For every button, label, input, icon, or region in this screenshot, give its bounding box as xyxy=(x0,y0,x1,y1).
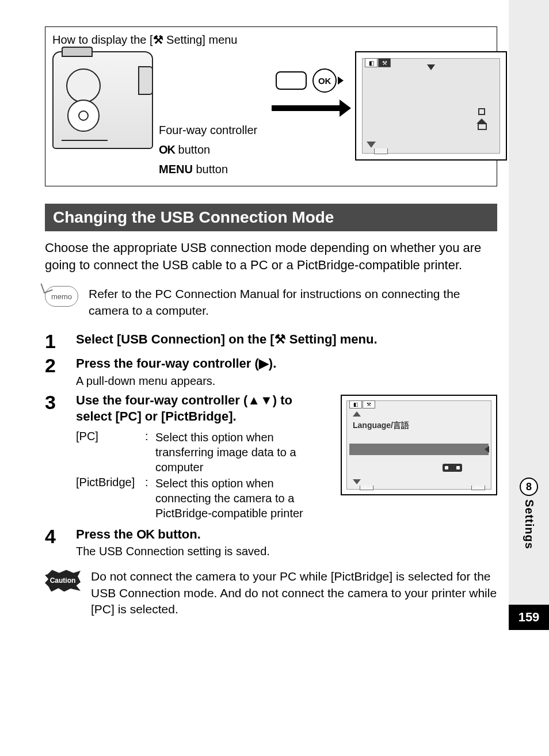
tab-camera-icon: ◧ xyxy=(349,400,362,408)
tab-setting-icon: ⚒ xyxy=(363,400,375,408)
step-number: 4 xyxy=(45,526,66,546)
square-icon xyxy=(478,108,485,115)
lcd-screen-diagram-1: ◧ ⚒ xyxy=(355,51,507,161)
camera-illustration xyxy=(52,51,153,149)
step-3: 3 Use the four-way controller (▲▼) to se… xyxy=(45,392,497,522)
chapter-tab: 8 Settings xyxy=(514,478,543,549)
screen-foot-tab xyxy=(374,148,388,154)
step1-title-b: Setting] menu. xyxy=(286,332,378,346)
label-menu-rest: button xyxy=(193,163,228,175)
option-val-pc: Select this option when transferring ima… xyxy=(155,430,329,475)
diagram-mid-column: OK xyxy=(263,51,349,111)
step1-title-a: Select [USB Connection] on the [ xyxy=(76,332,274,346)
lcd-screen-diagram-2: ◧ ⚒ Language/言語 xyxy=(341,395,497,495)
step-1: 1 Select [USB Connection] on the [⚒ Sett… xyxy=(45,331,497,351)
step-number: 2 xyxy=(45,356,66,375)
setting-tool-icon: ⚒ xyxy=(153,33,163,46)
ok-button-icon: OK xyxy=(312,68,337,93)
section-heading: Changing the USB Connection Mode xyxy=(45,204,497,231)
setting-tool-icon: ⚒ xyxy=(274,332,286,346)
step4-title-b: button. xyxy=(154,527,201,541)
option-val-pb: Select this option when connecting the c… xyxy=(155,476,329,521)
up-triangle-icon xyxy=(353,411,361,417)
tab-camera-icon: ◧ xyxy=(365,58,378,67)
caution-text: Do not connect the camera to your PC whi… xyxy=(91,568,497,617)
diagram-labels: Four-way controller OK button MENU butto… xyxy=(159,51,257,179)
label-fourway: Four-way controller xyxy=(159,120,257,140)
step-subtext: A pull-down menu appears. xyxy=(76,375,497,388)
diagram-title: How to display the [⚒ Setting] menu xyxy=(52,33,490,47)
label-ok: OK button xyxy=(159,140,257,159)
label-menu: MENU button xyxy=(159,159,257,179)
option-key-pb: [PictBridge] xyxy=(76,476,145,521)
memo-block: memo Refer to the PC Connection Manual f… xyxy=(45,286,497,319)
intro-paragraph: Choose the appropriate USB connection mo… xyxy=(45,239,497,273)
step-4: 4 Press the OK button. The USB Connectio… xyxy=(45,526,497,559)
screen-foot-right xyxy=(471,486,485,490)
page-content: How to display the [⚒ Setting] menu Four… xyxy=(0,0,549,617)
chapter-label: Settings xyxy=(523,499,536,549)
step-2: 2 Press the four-way controller (▶). A p… xyxy=(45,356,497,388)
screen-tabs: ◧ ⚒ xyxy=(365,58,391,68)
caution-badge-icon: Caution xyxy=(45,570,81,591)
screen-foot-left xyxy=(360,486,373,490)
colon: : xyxy=(145,430,155,475)
step4-title-a: Press the xyxy=(76,527,136,541)
menu-button-icon xyxy=(276,71,307,90)
steps-list: 1 Select [USB Connection] on the [⚒ Sett… xyxy=(45,331,497,558)
caution-block: Caution Do not connect the camera to you… xyxy=(45,568,497,617)
language-row-label: Language/言語 xyxy=(353,421,409,431)
step4-ok-text: OK xyxy=(136,527,154,541)
label-menu-strong: MENU xyxy=(159,163,193,175)
highlight-bar xyxy=(349,444,489,455)
camera-buttons-icon xyxy=(62,140,108,146)
screen2-tabs: ◧ ⚒ xyxy=(349,400,375,408)
arrow-right-icon xyxy=(272,105,341,111)
step-title: Use the four-way controller (▲▼) to sele… xyxy=(76,392,329,425)
tab-setting-icon: ⚒ xyxy=(378,58,391,67)
diagram-title-prefix: How to display the [ xyxy=(52,33,153,46)
step-number: 1 xyxy=(45,331,66,351)
diagram-title-suffix: Setting] menu xyxy=(163,33,238,46)
memo-text: Refer to the PC Connection Manual for in… xyxy=(89,286,497,319)
step-title: Press the OK button. xyxy=(76,526,497,543)
down-triangle-outline-icon xyxy=(353,480,361,486)
options-table: [PC] : Select this option when transferr… xyxy=(76,430,329,521)
step-title: Select [USB Connection] on the [⚒ Settin… xyxy=(76,331,497,348)
label-ok-rest: button xyxy=(175,143,210,156)
chapter-number: 8 xyxy=(520,478,538,496)
memo-badge-icon: memo xyxy=(45,286,78,307)
step-subtext: The USB Connection setting is saved. xyxy=(76,545,497,558)
fourway-controller-icon xyxy=(67,100,100,132)
pictbridge-icon xyxy=(443,464,462,472)
colon: : xyxy=(145,476,155,521)
label-ok-strong: OK xyxy=(159,143,175,156)
page-number-badge: 159 xyxy=(509,605,549,630)
home-icon xyxy=(478,121,486,129)
option-key-pc: [PC] xyxy=(76,430,145,475)
camera-lens-icon xyxy=(66,68,101,103)
down-triangle-icon xyxy=(427,62,435,72)
step-title: Press the four-way controller (▶). xyxy=(76,356,497,372)
step-number: 3 xyxy=(45,392,66,412)
howto-diagram-box: How to display the [⚒ Setting] menu Four… xyxy=(45,26,497,186)
